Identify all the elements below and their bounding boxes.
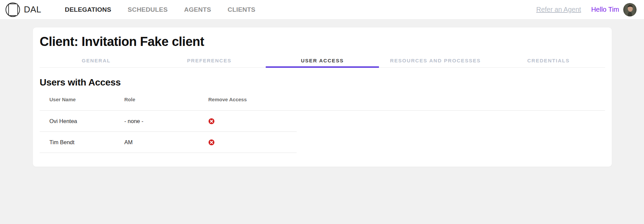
remove-access-x-icon[interactable] [208, 139, 215, 146]
user-avatar-photo[interactable] [623, 3, 637, 16]
users-with-access-table: User Name Role Remove Access Ovi Hentea … [40, 89, 605, 153]
column-header-user-name: User Name [40, 97, 124, 102]
nav-item-schedules[interactable]: SCHEDULES [128, 6, 168, 13]
nav-item-clients[interactable]: CLIENTS [227, 6, 255, 13]
column-header-role: Role [124, 97, 208, 102]
refer-an-agent-link[interactable]: Refer an Agent [536, 6, 581, 13]
section-title: Users with Access [40, 76, 605, 89]
nav-item-agents[interactable]: AGENTS [184, 6, 211, 13]
tab-credentials[interactable]: CREDENTIALS [492, 54, 605, 67]
column-header-remove-access: Remove Access [208, 97, 297, 102]
tab-preferences-label: PREFERENCES [187, 58, 231, 63]
client-detail-card: Client: Invitation Fake client GENERAL P… [33, 27, 612, 167]
tab-credentials-label: CREDENTIALS [527, 58, 569, 63]
table-row: Ovi Hentea - none - [40, 111, 297, 132]
tab-general[interactable]: GENERAL [40, 54, 153, 67]
cell-remove-access [208, 118, 297, 124]
page-title: Client: Invitation Fake client [40, 33, 605, 50]
primary-nav: DELEGATIONS SCHEDULES AGENTS CLIENTS [65, 6, 255, 13]
tab-preferences[interactable]: PREFERENCES [153, 54, 266, 67]
brand-name: DAL [24, 4, 41, 15]
cell-role: AM [124, 139, 208, 146]
active-tab-underline [266, 66, 379, 68]
cell-remove-access [208, 139, 297, 146]
nav-item-delegations[interactable]: DELEGATIONS [65, 6, 111, 13]
cell-role: - none - [124, 118, 208, 124]
tab-user-access-label: USER ACCESS [301, 58, 344, 63]
remove-access-x-icon[interactable] [208, 118, 215, 124]
tab-resources-and-processes[interactable]: RESOURCES AND PROCESSES [379, 54, 492, 67]
table-row: Tim Bendt AM [40, 132, 297, 153]
tab-resources-label: RESOURCES AND PROCESSES [390, 58, 481, 63]
tab-bar: GENERAL PREFERENCES USER ACCESS RESOURCE… [40, 54, 605, 68]
nav-right: Refer an Agent Hello Tim [536, 3, 637, 16]
circle-square-logo-icon [5, 2, 20, 17]
user-greeting: Hello Tim [591, 6, 619, 13]
table-header-row: User Name Role Remove Access [40, 89, 605, 111]
top-nav: DAL DELEGATIONS SCHEDULES AGENTS CLIENTS… [0, 0, 644, 19]
cell-user-name: Tim Bendt [40, 139, 124, 146]
tab-user-access[interactable]: USER ACCESS [266, 54, 379, 67]
tab-general-label: GENERAL [82, 58, 111, 63]
brand[interactable]: DAL [5, 2, 41, 17]
cell-user-name: Ovi Hentea [40, 118, 124, 124]
